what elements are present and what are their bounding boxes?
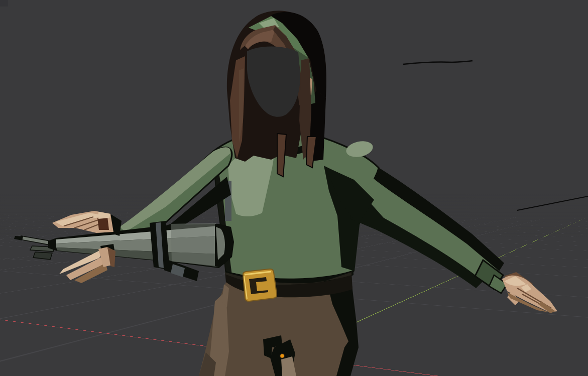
head (227, 11, 326, 177)
character-model[interactable] (14, 11, 557, 376)
right-hand (502, 272, 557, 313)
scene-overlay (0, 0, 588, 376)
stray-stroke-upper (403, 61, 473, 64)
3d-viewport[interactable] (0, 0, 588, 376)
stray-stroke-right (517, 196, 588, 210)
origin-dot[interactable] (280, 354, 285, 358)
belt-buckle (243, 269, 277, 301)
